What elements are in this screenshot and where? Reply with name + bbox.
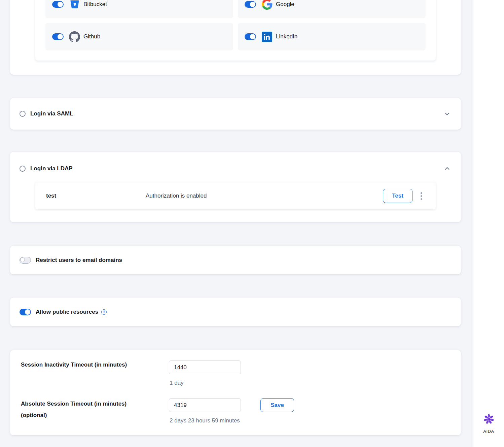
public-resources-label: Allow public resources (36, 309, 98, 315)
chevron-down-icon[interactable] (443, 110, 451, 117)
info-icon[interactable]: i (101, 309, 107, 315)
ldap-config-status: Authorization is enabled (146, 193, 383, 199)
inactivity-timeout-input[interactable] (169, 360, 241, 374)
absolute-timeout-label: Absolute Session Timeout (in minutes) (o… (21, 398, 166, 421)
provider-row-google: Google (238, 0, 426, 18)
saml-radio[interactable] (20, 111, 26, 117)
absolute-timeout-optional-text: (optional) (21, 410, 166, 421)
absolute-timeout-label-text: Absolute Session Timeout (in minutes) (21, 398, 166, 410)
kebab-menu-icon[interactable] (421, 192, 422, 200)
github-toggle[interactable] (52, 33, 64, 40)
absolute-timeout-helper: 2 days 23 hours 59 minutes (170, 417, 240, 424)
provider-row-linkedin: LinkedIn (238, 23, 426, 50)
inactivity-timeout-helper: 1 day (170, 380, 184, 386)
restrict-domains-toggle[interactable] (20, 257, 31, 264)
bitbucket-icon (69, 0, 80, 10)
brand-name: AIDA (473, 429, 504, 434)
oauth-providers-card: Bitbucket Google Github (10, 0, 461, 75)
ldap-section-title: Login via LDAP (30, 165, 73, 172)
ldap-radio[interactable] (20, 166, 26, 172)
chevron-up-icon[interactable] (443, 165, 451, 172)
provider-label: LinkedIn (276, 33, 297, 40)
toggle-knob (250, 2, 255, 7)
oauth-providers-panel: Bitbucket Google Github (35, 0, 436, 61)
public-resources-toggle[interactable] (20, 309, 31, 315)
provider-label: Github (83, 33, 100, 40)
provider-row-github: Github (45, 23, 233, 50)
right-rail: AIDA (473, 0, 504, 447)
save-button[interactable]: Save (260, 398, 294, 412)
github-icon (69, 31, 80, 42)
inactivity-timeout-label: Session Inactivity Timeout (in minutes) (21, 359, 166, 371)
google-icon (261, 0, 273, 10)
provider-row-bitbucket: Bitbucket (45, 0, 233, 18)
test-button[interactable]: Test (383, 189, 412, 203)
aida-flower-logo (482, 413, 495, 425)
saml-section-card: Login via SAML (10, 98, 461, 130)
restrict-domains-label: Restrict users to email domains (36, 257, 122, 264)
ldap-config-row: test Authorization is enabled Test (35, 182, 436, 209)
ldap-config-name: test (46, 193, 146, 199)
saml-section-title: Login via SAML (30, 110, 73, 117)
toggle-knob (58, 34, 63, 39)
ldap-section-card: Login via LDAP test Authorization is ena… (10, 152, 461, 222)
restrict-domains-card: Restrict users to email domains (10, 246, 461, 274)
google-toggle[interactable] (245, 1, 256, 8)
toggle-knob (58, 2, 63, 7)
public-resources-card: Allow public resources i (10, 298, 461, 326)
linkedin-toggle[interactable] (245, 33, 256, 40)
provider-label: Google (276, 1, 294, 8)
toggle-knob (20, 257, 25, 262)
session-timeout-card: Session Inactivity Timeout (in minutes) … (10, 350, 461, 435)
bitbucket-toggle[interactable] (52, 1, 64, 8)
absolute-timeout-input[interactable] (169, 398, 241, 412)
toggle-knob (25, 309, 30, 315)
auth-settings-main: Bitbucket Google Github (0, 0, 473, 447)
providers-grid: Bitbucket Google Github (45, 0, 426, 50)
brand-block: AIDA (473, 413, 504, 434)
linkedin-icon (261, 31, 273, 42)
toggle-knob (250, 34, 255, 39)
provider-label: Bitbucket (83, 1, 107, 8)
